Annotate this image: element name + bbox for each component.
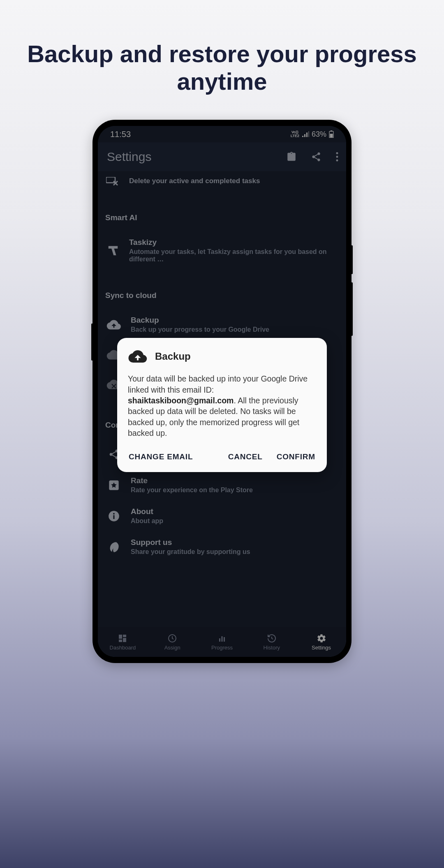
confirm-button[interactable]: CONFIRM xyxy=(276,450,316,464)
cancel-button[interactable]: CANCEL xyxy=(227,450,264,464)
dialog-title: Backup xyxy=(155,351,191,362)
cloud-upload-icon xyxy=(128,349,148,363)
dialog-email: shaiktaskiboon@gmail.com xyxy=(128,396,234,405)
backup-dialog: Backup Your data will be backed up into … xyxy=(117,338,327,472)
change-email-button[interactable]: CHANGE EMAIL xyxy=(128,450,194,464)
phone-side-button xyxy=(351,245,353,274)
phone-frame: 11:53 Vo))LTE2 63% Settings xyxy=(92,120,352,663)
dialog-body: Your data will be backed up into your Go… xyxy=(128,373,316,438)
phone-side-button xyxy=(91,323,93,361)
promo-title: Backup and restore your progress anytime xyxy=(0,0,444,120)
phone-side-button xyxy=(351,282,353,336)
phone-screen: 11:53 Vo))LTE2 63% Settings xyxy=(98,126,346,657)
